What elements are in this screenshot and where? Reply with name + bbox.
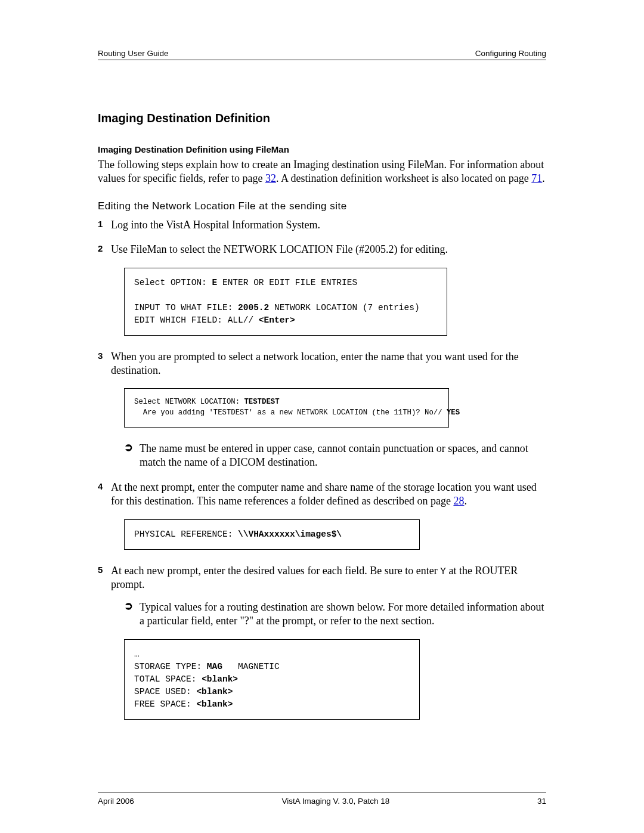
code-block-4: … STORAGE TYPE: MAG MAGNETIC TOTAL SPACE…: [124, 639, 420, 720]
page-link-28[interactable]: 28: [453, 495, 464, 507]
step-5-smallcaps: ROUTER: [475, 565, 518, 577]
footer-page-number: 31: [537, 797, 546, 806]
step-2: Use FileMan to select the NETWORK LOCATI…: [98, 243, 546, 335]
step-2-text: Use FileMan to select the NETWORK LOCATI…: [111, 243, 546, 256]
intro-text-3: .: [542, 172, 545, 184]
code-block-2: Select NETWORK LOCATION: TESTDEST Are yo…: [124, 388, 449, 428]
step-2-post: File (#2005.2) for editing.: [333, 243, 448, 255]
code-block-3: PHYSICAL REFERENCE: \\VHAxxxxxx\images$\: [124, 519, 420, 550]
intro-paragraph: The following steps explain how to creat…: [98, 158, 546, 186]
footer-title: VistA Imaging V. 3.0, Patch 18: [281, 797, 389, 806]
note-step-3: ➲ The name must be entered in upper case…: [124, 442, 546, 470]
footer-rule: [98, 792, 546, 792]
header-right: Configuring Routing: [475, 49, 546, 58]
procedure-title: Editing the Network Location File at the…: [98, 200, 546, 212]
step-1-text: Log into the VistA Hospital Information …: [111, 218, 546, 232]
arrow-icon: ➲: [124, 600, 135, 628]
step-4-text: At the next prompt, enter the computer n…: [111, 481, 546, 509]
page-content: Routing User Guide Configuring Routing I…: [0, 0, 644, 720]
step-5-text: At each new prompt, enter the desired va…: [111, 564, 546, 592]
step-2-smallcaps: NETWORK LOCATION: [223, 243, 333, 255]
running-header: Routing User Guide Configuring Routing: [98, 49, 546, 60]
subsection-heading: Imaging Destination Definition using Fil…: [98, 144, 546, 154]
step-5: At each new prompt, enter the desired va…: [98, 564, 546, 720]
note-5-text: Typical values for a routing destination…: [140, 600, 546, 628]
footer-date: April 2006: [98, 797, 134, 806]
step-4: At the next prompt, enter the computer n…: [98, 481, 546, 550]
intro-text-2: . A destination definition worksheet is …: [276, 172, 531, 184]
arrow-icon: ➲: [124, 442, 135, 470]
step-2-pre: Use FileMan to select the: [111, 243, 223, 255]
step-1: Log into the VistA Hospital Information …: [98, 218, 546, 232]
step-5-pre: At each new prompt, enter the desired va…: [111, 565, 440, 577]
step-4-pre: At the next prompt, enter the computer n…: [111, 481, 537, 507]
step-5-mid: at the: [446, 565, 475, 577]
step-5-post: prompt.: [111, 578, 145, 590]
step-3-text: When you are prompted to select a networ…: [111, 350, 546, 378]
page-link-71[interactable]: 71: [531, 172, 542, 184]
header-left: Routing User Guide: [98, 49, 169, 58]
step-4-post: .: [464, 495, 467, 507]
note-step-5: ➲ Typical values for a routing destinati…: [124, 600, 546, 628]
page-link-32[interactable]: 32: [265, 172, 276, 184]
procedure-steps: Log into the VistA Hospital Information …: [98, 218, 546, 720]
step-5-mono: Y: [440, 566, 446, 577]
code-block-1: Select OPTION: E ENTER OR EDIT FILE ENTR…: [124, 268, 447, 336]
section-title: Imaging Destination Definition: [98, 112, 546, 125]
page-footer: April 2006 VistA Imaging V. 3.0, Patch 1…: [98, 797, 546, 806]
step-3: When you are prompted to select a networ…: [98, 350, 546, 470]
note-3-text: The name must be entered in upper case, …: [140, 442, 546, 470]
